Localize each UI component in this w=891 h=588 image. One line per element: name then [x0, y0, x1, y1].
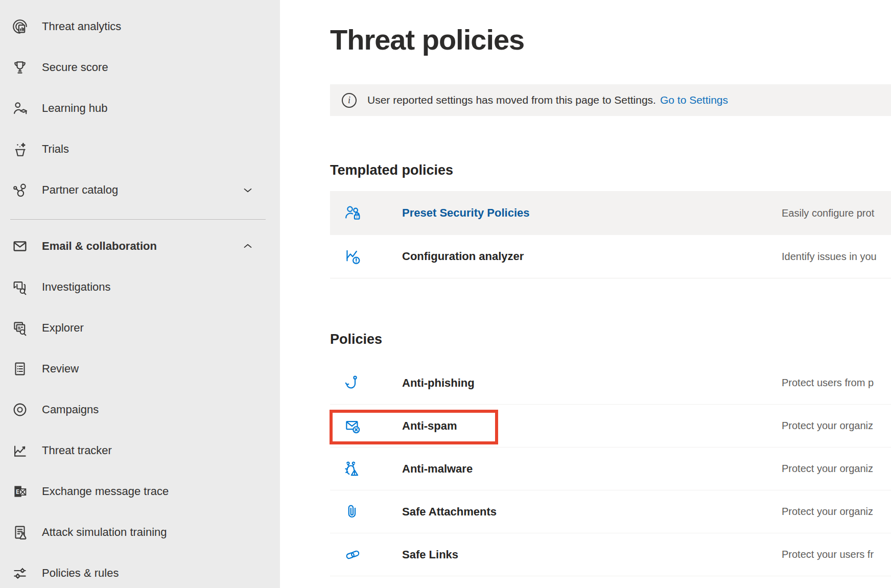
- main-content: Threat policies i User reported settings…: [280, 0, 891, 588]
- section-heading-templated-policies: Templated policies: [330, 162, 891, 178]
- explorer-icon: [11, 319, 29, 337]
- row-safe-attachments[interactable]: Safe Attachments Protect your organiz: [330, 490, 891, 533]
- row-label: Anti-malware: [402, 462, 782, 476]
- info-banner: i User reported settings has moved from …: [330, 84, 891, 116]
- row-anti-phishing[interactable]: Anti-phishing Protect users from p: [330, 362, 891, 405]
- sidebar-section-email-collaboration[interactable]: Email & collaboration: [0, 226, 280, 267]
- policies-list: Anti-phishing Protect users from p Anti-…: [330, 362, 891, 576]
- row-description: Easily configure prot: [782, 207, 891, 219]
- sidebar-item-policies-rules[interactable]: Policies & rules: [0, 553, 280, 588]
- section-heading-policies: Policies: [330, 332, 891, 347]
- sidebar-item-review[interactable]: Review: [0, 348, 280, 389]
- safe-links-icon: [342, 545, 363, 565]
- learning-hub-icon: [11, 100, 29, 117]
- chevron-down-icon[interactable]: [241, 183, 254, 197]
- sidebar-item-label: Campaigns: [42, 403, 99, 416]
- row-safe-links[interactable]: Safe Links Protect your users fr: [330, 533, 891, 576]
- sidebar-item-label: Investigations: [42, 280, 111, 294]
- row-label: Anti-spam: [402, 419, 782, 433]
- anti-spam-icon: [342, 416, 363, 436]
- sidebar-item-label: Threat analytics: [42, 20, 121, 33]
- sidebar-item-threat-analytics[interactable]: Threat analytics: [0, 6, 280, 47]
- exchange-icon: E: [11, 483, 29, 500]
- sidebar-item-label: Secure score: [42, 61, 108, 74]
- sidebar-item-label: Review: [42, 362, 79, 375]
- row-description: Protect your users fr: [782, 549, 891, 560]
- sidebar-item-partner-catalog[interactable]: Partner catalog: [0, 170, 280, 210]
- sidebar-divider: [10, 219, 266, 220]
- anti-malware-icon: [342, 459, 363, 479]
- trophy-icon: [11, 59, 29, 76]
- configuration-analyzer-icon: [342, 246, 363, 267]
- preset-security-policies-icon: [342, 203, 363, 223]
- sidebar-item-threat-tracker[interactable]: Threat tracker: [0, 430, 280, 471]
- sidebar-item-label: Trials: [42, 143, 69, 156]
- app-window: Threat analytics Secure score Learning h…: [0, 0, 891, 588]
- row-label: Configuration analyzer: [402, 250, 782, 263]
- sidebar-item-label: Exchange message trace: [42, 485, 169, 498]
- sidebar-item-label: Learning hub: [42, 102, 107, 115]
- sidebar-item-label: Attack simulation training: [42, 526, 167, 539]
- sidebar-item-trials[interactable]: Trials: [0, 129, 280, 170]
- banner-message: User reported settings has moved from th…: [367, 94, 656, 106]
- email-icon: [11, 238, 29, 255]
- templated-policies-list: Preset Security Policies Easily configur…: [330, 191, 891, 278]
- sidebar-item-campaigns[interactable]: Campaigns: [0, 389, 280, 430]
- row-description: Protect your organiz: [782, 506, 891, 518]
- row-description: Identify issues in you: [782, 251, 891, 263]
- row-anti-malware[interactable]: Anti-malware Protect your organiz: [330, 448, 891, 490]
- row-anti-spam[interactable]: Anti-spam Protect your organiz: [330, 405, 891, 448]
- sidebar-section-label: Email & collaboration: [42, 240, 157, 253]
- row-label: Anti-phishing: [402, 377, 782, 390]
- threat-tracker-icon: [11, 442, 29, 459]
- sidebar-item-label: Threat tracker: [42, 444, 112, 457]
- row-description: Protect your organiz: [782, 420, 891, 432]
- anti-phishing-icon: [342, 373, 363, 393]
- info-icon: i: [342, 93, 357, 108]
- row-description: Protect users from p: [782, 377, 891, 389]
- sidebar-item-investigations[interactable]: Investigations: [0, 267, 280, 308]
- sidebar: Threat analytics Secure score Learning h…: [0, 0, 280, 588]
- sidebar-item-label: Partner catalog: [42, 183, 118, 197]
- trials-icon: [11, 140, 29, 158]
- sidebar-item-exchange-message-trace[interactable]: E Exchange message trace: [0, 471, 280, 512]
- attack-simulation-icon: [11, 524, 29, 541]
- investigations-icon: [11, 278, 29, 296]
- partner-catalog-icon: [11, 181, 29, 199]
- chevron-up-icon[interactable]: [241, 240, 254, 253]
- threat-analytics-icon: [11, 18, 29, 35]
- sidebar-item-explorer[interactable]: Explorer: [0, 308, 280, 348]
- row-label: Safe Links: [402, 548, 782, 561]
- row-configuration-analyzer[interactable]: Configuration analyzer Identify issues i…: [330, 235, 891, 278]
- sidebar-item-learning-hub[interactable]: Learning hub: [0, 88, 280, 129]
- review-icon: [11, 360, 29, 378]
- sidebar-item-label: Explorer: [42, 321, 84, 335]
- row-label: Preset Security Policies: [402, 206, 782, 220]
- safe-attachments-icon: [342, 502, 363, 522]
- page-title: Threat policies: [330, 26, 891, 54]
- campaigns-icon: [11, 401, 29, 418]
- sidebar-item-secure-score[interactable]: Secure score: [0, 47, 280, 88]
- sidebar-item-attack-simulation-training[interactable]: Attack simulation training: [0, 512, 280, 553]
- row-label: Safe Attachments: [402, 505, 782, 519]
- sidebar-item-label: Policies & rules: [42, 567, 119, 580]
- row-description: Protect your organiz: [782, 463, 891, 475]
- policies-rules-icon: [11, 565, 29, 582]
- row-preset-security-policies[interactable]: Preset Security Policies Easily configur…: [330, 191, 891, 235]
- go-to-settings-link[interactable]: Go to Settings: [660, 94, 728, 106]
